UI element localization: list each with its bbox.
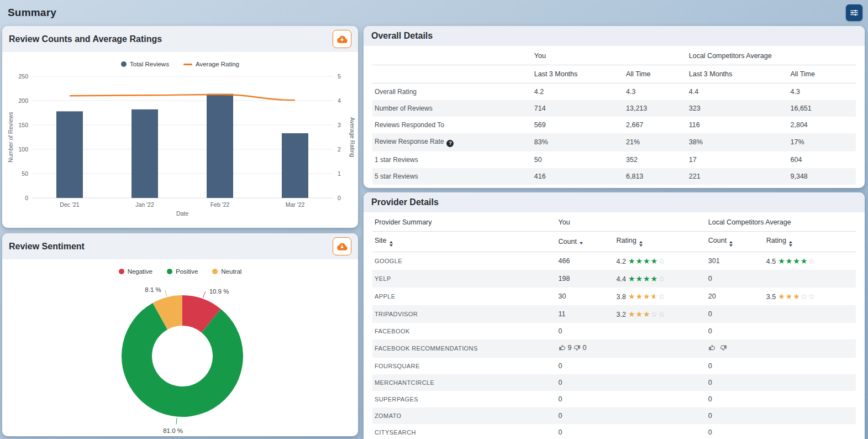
svg-text:Mar '22: Mar '22 <box>286 201 305 208</box>
thumbs-counts: 90 <box>559 344 587 352</box>
legend-item-negative[interactable]: Negative <box>119 268 152 275</box>
sliders-icon <box>849 8 859 18</box>
download-button[interactable] <box>333 237 351 255</box>
cell-value: 38% <box>687 133 788 151</box>
table-row: FOURSQUARE00 <box>372 358 856 374</box>
svg-text:Date: Date <box>176 210 188 217</box>
col-header: All Time <box>788 65 856 83</box>
sort-header-count[interactable]: Count <box>706 231 764 252</box>
site-name: MERCHANTCIRCLE <box>372 374 556 391</box>
table-row: Number of Reviews71413,21332316,651 <box>372 100 856 117</box>
sort-header-rating[interactable]: Rating <box>764 231 856 252</box>
cell-value: 221 <box>687 168 788 185</box>
svg-text:0: 0 <box>338 195 341 201</box>
download-button[interactable] <box>333 30 351 48</box>
row-label: Overall Rating <box>372 83 532 101</box>
cloud-download-icon <box>336 34 348 44</box>
legend-item-total-reviews[interactable]: Total Reviews <box>121 61 169 67</box>
table-row: 1 star Reviews5035217604 <box>372 151 856 168</box>
rating-value: 3.5 <box>766 293 776 301</box>
provider-summary-header: Provider Summary <box>372 213 556 232</box>
reviews-chart-legend: Total ReviewsAverage Rating <box>2 59 358 70</box>
sort-icon <box>729 241 733 247</box>
row-label: 1 star Reviews <box>372 151 532 168</box>
rating-cell: 4.2★★★★☆ <box>614 252 706 270</box>
svg-text:50: 50 <box>22 170 28 177</box>
svg-text:Feb '22: Feb '22 <box>211 201 230 208</box>
cell-value: 198 <box>556 270 614 288</box>
donut-label: 10.9 % <box>209 288 229 295</box>
cell-value: 416 <box>532 168 624 185</box>
sort-icon <box>789 241 792 247</box>
sentiment-chart-legend: NegativePositiveNeutral <box>2 266 358 277</box>
topbar: Summary <box>0 0 868 25</box>
legend-item-average-rating[interactable]: Average Rating <box>183 61 239 67</box>
rating-value: 4.5 <box>766 258 776 265</box>
sort-header-site[interactable]: Site <box>372 231 556 252</box>
star-rating: ★★★☆★☆ <box>628 293 666 301</box>
provider-group-header-row: Provider Summary You Local Competitors A… <box>372 213 856 232</box>
legend-marker <box>212 269 218 274</box>
row-label: Reviews Responded To <box>372 117 532 133</box>
cell-value: 0 <box>706 323 764 339</box>
svg-text:5: 5 <box>338 73 341 80</box>
star-rating: ★★★★☆ <box>628 258 666 265</box>
cell-value: 0 <box>706 358 764 374</box>
rating-cell: 3.5★★★☆☆ <box>764 288 856 305</box>
svg-text:Jan '22: Jan '22 <box>135 201 154 208</box>
group-header-you: You <box>556 213 706 232</box>
cell-value: 2,804 <box>788 117 856 133</box>
cell-value: 0 <box>706 391 764 407</box>
cell-value: 0 <box>556 323 614 339</box>
site-name: SUPERPAGES <box>372 391 556 407</box>
settings-button[interactable] <box>846 4 862 21</box>
overall-details-card: Overall Details You Local Competitors Av… <box>364 26 865 188</box>
row-label: 5 star Reviews <box>372 168 532 185</box>
cell-value: 714 <box>532 100 624 117</box>
cell-value: 4.3 <box>788 83 856 101</box>
table-row: ZOMATO00 <box>372 407 856 424</box>
help-icon[interactable]: ? <box>446 140 454 147</box>
svg-text:1: 1 <box>338 170 341 177</box>
cell-value: 116 <box>687 117 788 133</box>
half-star: ☆★ <box>651 292 659 301</box>
legend-marker <box>119 269 124 274</box>
cell-value: 0 <box>556 424 614 439</box>
sort-header-rating[interactable]: Rating <box>614 231 706 252</box>
donut-label: 8.1 % <box>145 286 161 293</box>
cloud-download-icon <box>336 242 348 252</box>
legend-marker <box>121 61 127 67</box>
cell-value: 11 <box>556 305 614 323</box>
review-counts-header: Review Counts and Average Ratings <box>2 26 358 52</box>
svg-text:Average Rating: Average Rating <box>349 117 355 157</box>
card-title: Overall Details <box>371 31 433 41</box>
dashboard: Review Counts and Average Ratings Total … <box>0 25 868 439</box>
chart-bar <box>207 94 233 198</box>
svg-text:150: 150 <box>18 122 28 128</box>
rating-cell: 4.5★★★★☆ <box>764 252 856 270</box>
svg-text:3: 3 <box>338 122 341 128</box>
cell-value: 2,667 <box>624 117 687 133</box>
legend-item-positive[interactable]: Positive <box>167 268 198 275</box>
legend-item-neutral[interactable]: Neutral <box>212 268 241 275</box>
cell-value: 50 <box>532 151 624 168</box>
cell-value: 17 <box>687 151 788 168</box>
thumbs-down-icon <box>573 344 581 352</box>
provider-table: Provider Summary You Local Competitors A… <box>372 213 856 439</box>
sort-header-count[interactable]: Count <box>556 231 614 252</box>
chart-bar <box>56 111 83 198</box>
thumbs-down-icon <box>719 344 727 352</box>
cell-value: 323 <box>687 100 788 117</box>
review-sentiment-header: Review Sentiment <box>2 233 358 259</box>
legend-marker <box>167 269 172 274</box>
star-rating: ★★★★☆ <box>778 258 816 265</box>
table-row: Overall Rating4.24.34.44.3 <box>372 83 856 101</box>
cell-value: 352 <box>624 151 687 168</box>
provider-table-wrap[interactable]: Provider Summary You Local Competitors A… <box>364 212 865 439</box>
overall-table-body: Overall Rating4.24.34.44.3Number of Revi… <box>372 83 856 185</box>
col-header: All Time <box>624 65 687 83</box>
chart-line <box>70 95 295 100</box>
svg-text:100: 100 <box>18 146 28 153</box>
site-name: YELP <box>372 270 556 288</box>
group-header-you: You <box>532 47 687 65</box>
